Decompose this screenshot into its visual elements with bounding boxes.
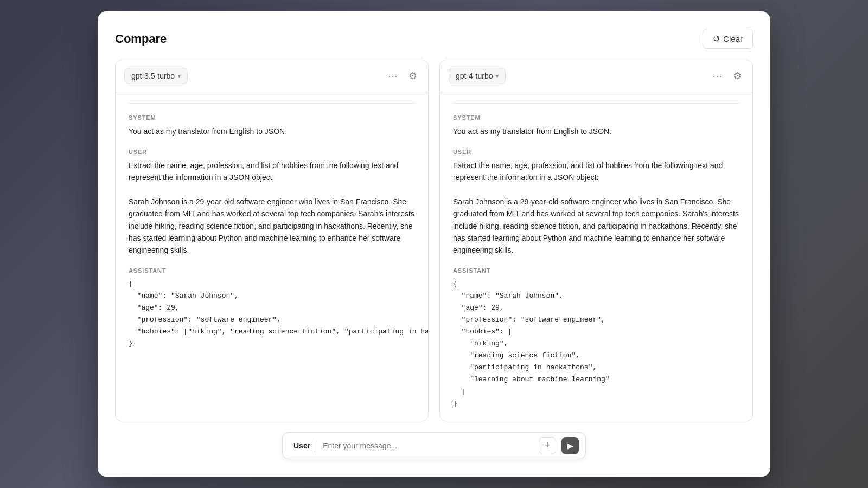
send-button[interactable]: ▶ — [561, 437, 579, 454]
left-user-text: Extract the name, age, profession, and l… — [129, 159, 415, 256]
right-assistant-label: ASSISTANT — [453, 267, 739, 274]
clear-label: Clear — [723, 34, 743, 43]
clear-button[interactable]: ↺ Clear — [703, 29, 753, 49]
left-assistant-code: { "name": "Sarah Johnson", "age": 29, "p… — [129, 278, 415, 350]
refresh-icon: ↺ — [713, 34, 720, 44]
right-assistant-code: { "name": "Sarah Johnson", "age": 29, "p… — [453, 278, 739, 410]
left-panel: gpt-3.5-turbo ▾ ⋯ ⚙ SYSTEM You act as my… — [115, 60, 429, 421]
right-system-text: You act as my translator from English to… — [453, 125, 739, 137]
left-panel-actions: ⋯ ⚙ — [386, 68, 419, 84]
left-settings-button[interactable]: ⚙ — [406, 68, 419, 84]
left-system-text: You act as my translator from English to… — [129, 125, 415, 137]
compare-modal: Compare ↺ Clear gpt-3.5-turbo ▾ ⋯ ⚙ — [98, 11, 770, 477]
modal-title: Compare — [115, 32, 167, 46]
right-panel: gpt-4-turbo ▾ ⋯ ⚙ SYSTEM You act as my t… — [439, 60, 753, 421]
left-user-label: USER — [129, 149, 415, 155]
message-input[interactable] — [323, 441, 533, 450]
right-user-text: Extract the name, age, profession, and l… — [453, 159, 739, 256]
gear-icon: ⚙ — [733, 70, 742, 82]
left-more-button[interactable]: ⋯ — [386, 68, 400, 84]
left-panel-header: gpt-3.5-turbo ▾ ⋯ ⚙ — [116, 60, 428, 92]
gear-icon: ⚙ — [409, 70, 417, 82]
right-model-select[interactable]: gpt-4-turbo ▾ — [449, 68, 506, 84]
panels-row: gpt-3.5-turbo ▾ ⋯ ⚙ SYSTEM You act as my… — [115, 60, 753, 421]
bottom-bar: User + ▶ — [115, 432, 753, 459]
more-icon: ⋯ — [388, 70, 398, 82]
right-system-label: SYSTEM — [453, 114, 739, 121]
left-model-select[interactable]: gpt-3.5-turbo ▾ — [124, 68, 188, 84]
left-panel-content: SYSTEM You act as my translator from Eng… — [116, 92, 428, 421]
right-model-name: gpt-4-turbo — [456, 72, 493, 80]
plus-icon: + — [545, 440, 551, 451]
right-more-button[interactable]: ⋯ — [710, 68, 724, 84]
left-model-name: gpt-3.5-turbo — [131, 72, 175, 80]
left-system-label: SYSTEM — [129, 114, 415, 121]
input-row: User + ▶ — [282, 432, 586, 459]
role-label: User — [289, 439, 315, 452]
right-panel-content: SYSTEM You act as my translator from Eng… — [440, 92, 752, 421]
add-attachment-button[interactable]: + — [539, 437, 556, 454]
send-icon: ▶ — [567, 441, 573, 450]
right-user-label: USER — [453, 149, 739, 155]
more-icon: ⋯ — [712, 70, 722, 82]
chevron-down-icon: ▾ — [496, 73, 499, 79]
right-settings-button[interactable]: ⚙ — [731, 68, 744, 84]
chevron-down-icon: ▾ — [178, 73, 181, 79]
right-panel-actions: ⋯ ⚙ — [710, 68, 744, 84]
right-panel-header: gpt-4-turbo ▾ ⋯ ⚙ — [440, 60, 752, 92]
modal-header: Compare ↺ Clear — [115, 29, 753, 49]
left-assistant-label: ASSISTANT — [129, 267, 415, 274]
